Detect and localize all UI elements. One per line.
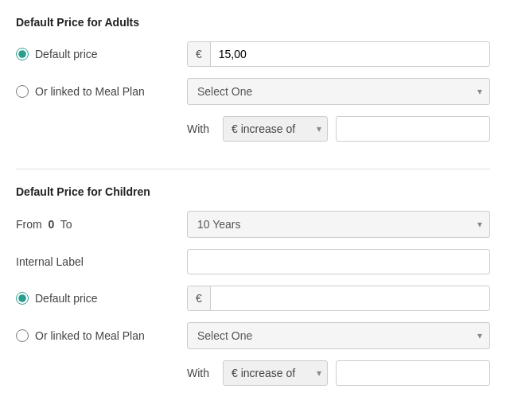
adults-increase-amount-input[interactable] — [336, 116, 490, 142]
children-to-label: To — [60, 218, 72, 231]
children-default-price-radio[interactable] — [16, 292, 29, 305]
children-price-input-group: € — [187, 286, 490, 311]
children-internal-label-input[interactable] — [187, 249, 490, 274]
children-meal-plan-label: Or linked to Meal Plan — [35, 329, 145, 342]
children-increase-select[interactable]: € increase of % increase of € decrease o… — [223, 360, 328, 386]
adults-default-price-label: Default price — [35, 48, 98, 60]
children-with-label: With — [187, 367, 215, 379]
children-meal-plan-radio[interactable] — [16, 329, 29, 342]
adults-default-price-radio[interactable] — [16, 48, 29, 60]
adults-meal-plan-label: Or linked to Meal Plan — [35, 85, 145, 98]
adults-meal-plan-radio[interactable] — [16, 85, 29, 98]
adults-meal-plan-select-wrapper: Select One ▾ — [187, 78, 490, 105]
adults-with-label: With — [187, 122, 215, 135]
children-default-price-input-wrapper: € — [187, 286, 490, 311]
adults-meal-plan-label-wrapper: Or linked to Meal Plan — [16, 85, 187, 98]
children-from-label: From — [16, 218, 42, 231]
children-default-price-label-wrapper: Default price — [16, 292, 187, 305]
children-from-value: 0 — [48, 218, 54, 231]
adults-increase-select-wrapper: € increase of % increase of € decrease o… — [223, 116, 328, 142]
adults-price-input-group: € — [187, 41, 490, 67]
children-from-label-wrapper: From 0 To — [16, 218, 187, 231]
adults-meal-plan-select[interactable]: Select One — [187, 78, 490, 105]
adults-default-price-input-wrapper: € — [187, 41, 490, 67]
children-with-row: With € increase of % increase of € decre… — [187, 360, 490, 386]
adults-default-price-row: Default price € — [16, 41, 490, 67]
adults-meal-plan-row: Or linked to Meal Plan Select One ▾ — [16, 78, 490, 105]
children-default-price-row: Default price € — [16, 286, 490, 311]
children-default-price-label: Default price — [35, 292, 98, 305]
adults-with-row: With € increase of % increase of € decre… — [187, 116, 490, 142]
children-meal-plan-select-wrapper: Select One ▾ — [187, 322, 490, 349]
children-years-select[interactable]: 10 Years 1 Year 2 Years 5 Years 12 Years… — [187, 211, 490, 238]
adults-meal-plan-select-container: Select One ▾ — [187, 78, 490, 105]
children-internal-label-label: Internal Label — [16, 255, 187, 268]
children-internal-label-row: Internal Label — [16, 249, 490, 274]
children-increase-amount-input[interactable] — [336, 360, 490, 386]
children-section: Default Price for Children From 0 To 10 … — [0, 169, 506, 413]
adults-currency-symbol: € — [188, 42, 211, 66]
adults-price-input[interactable] — [211, 42, 489, 66]
adults-default-price-label-wrapper: Default price — [16, 48, 187, 60]
children-meal-plan-row: Or linked to Meal Plan Select One ▾ — [16, 322, 490, 349]
adults-increase-select[interactable]: € increase of % increase of € decrease o… — [223, 116, 328, 142]
children-meal-plan-label-wrapper: Or linked to Meal Plan — [16, 329, 187, 342]
children-meal-plan-select[interactable]: Select One — [187, 322, 490, 349]
adults-section-title: Default Price for Adults — [16, 16, 490, 29]
adults-section: Default Price for Adults Default price €… — [0, 0, 506, 169]
children-internal-label-input-wrapper — [187, 249, 490, 274]
children-meal-plan-select-container: Select One ▾ — [187, 322, 490, 349]
children-increase-select-wrapper: € increase of % increase of € decrease o… — [223, 360, 328, 386]
children-section-title: Default Price for Children — [16, 185, 490, 198]
children-years-select-wrapper: 10 Years 1 Year 2 Years 5 Years 12 Years… — [187, 211, 490, 238]
children-price-input[interactable] — [211, 286, 489, 310]
children-years-select-container: 10 Years 1 Year 2 Years 5 Years 12 Years… — [187, 211, 490, 238]
children-currency-symbol: € — [188, 286, 211, 310]
children-from-to-row: From 0 To 10 Years 1 Year 2 Years 5 Year… — [16, 211, 490, 238]
